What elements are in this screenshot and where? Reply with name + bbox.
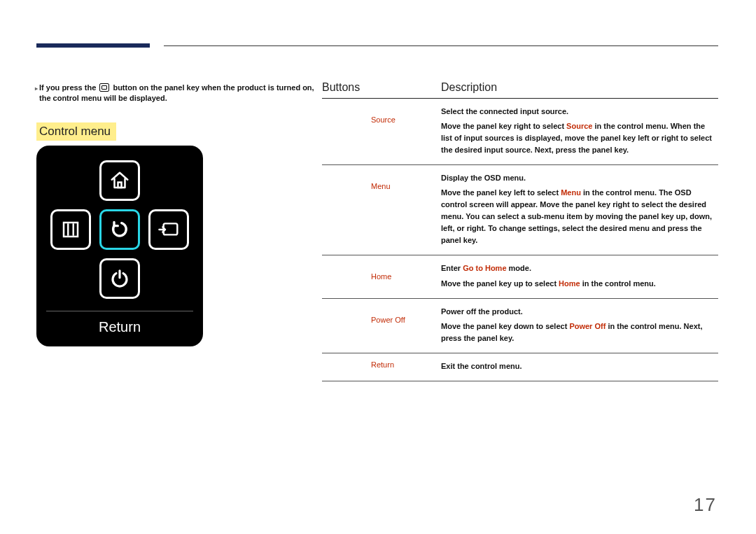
button-name-menu: Menu bbox=[322, 172, 441, 190]
panel-separator bbox=[46, 311, 193, 311]
manual-page: ▸ If you press the button on the panel k… bbox=[0, 0, 756, 534]
desc-lead: Exit the control menu. bbox=[441, 360, 718, 372]
table-header: Buttons Description bbox=[322, 81, 718, 98]
return-icon bbox=[108, 218, 131, 241]
header-rule bbox=[164, 45, 718, 46]
page-number: 17 bbox=[694, 494, 717, 516]
home-icon bbox=[109, 170, 130, 191]
button-name-return: Return bbox=[322, 360, 441, 369]
desc-keyword: Home bbox=[559, 279, 580, 288]
table-row: Source Select the connected input source… bbox=[322, 99, 718, 164]
button-name-source: Source bbox=[322, 106, 441, 124]
power-icon bbox=[109, 268, 130, 289]
desc-text: Move the panel key left to select bbox=[441, 188, 561, 197]
col-header-description: Description bbox=[441, 81, 718, 94]
panel-bottom-label: Return bbox=[36, 319, 203, 335]
desc-lead: Enter Go to Home mode. bbox=[441, 262, 718, 274]
button-name-home: Home bbox=[322, 262, 441, 281]
desc-keyword: Source bbox=[566, 122, 592, 130]
desc-keyword: Menu bbox=[561, 188, 581, 197]
desc-lead: Power off the product. bbox=[441, 306, 718, 318]
home-button[interactable] bbox=[99, 160, 140, 201]
table-rule bbox=[322, 381, 718, 381]
description-source: Select the connected input source. Move … bbox=[441, 106, 718, 156]
menu-button[interactable] bbox=[50, 209, 91, 250]
description-return: Exit the control menu. bbox=[441, 360, 718, 372]
source-icon bbox=[158, 219, 180, 240]
note-text-before: If you press the bbox=[39, 83, 96, 92]
description-menu: Display the OSD menu. Move the panel key… bbox=[441, 172, 718, 246]
description-home: Enter Go to Home mode. Move the panel ke… bbox=[441, 262, 718, 289]
control-menu-panel: Return bbox=[36, 146, 203, 346]
desc-text: Move the panel key down to select bbox=[441, 322, 569, 330]
col-header-buttons: Buttons bbox=[322, 81, 441, 94]
table-row: Menu Display the OSD menu. Move the pane… bbox=[322, 165, 718, 255]
buttons-table: Buttons Description Source Select the co… bbox=[322, 81, 718, 381]
header-tab-mark bbox=[36, 43, 150, 48]
source-button[interactable] bbox=[148, 209, 189, 250]
desc-text: in the control menu. The OSD control scr… bbox=[441, 188, 712, 244]
table-row: Home Enter Go to Home mode. Move the pan… bbox=[322, 255, 718, 297]
bullet-icon: ▸ bbox=[35, 85, 38, 92]
svg-rect-1 bbox=[64, 223, 78, 237]
panel-key-icon bbox=[99, 83, 109, 92]
section-heading: Control menu bbox=[36, 122, 116, 141]
desc-keyword: Power Off bbox=[569, 322, 606, 330]
desc-lead: Display the OSD menu. bbox=[441, 172, 718, 184]
return-button[interactable] bbox=[99, 209, 140, 250]
menu-icon bbox=[60, 219, 81, 240]
table-row: Power Off Power off the product. Move th… bbox=[322, 299, 718, 353]
desc-text: Move the panel key up to select bbox=[441, 279, 559, 288]
desc-text: in the control menu. bbox=[580, 279, 656, 288]
desc-lead: Select the connected input source. bbox=[441, 106, 718, 118]
svg-rect-0 bbox=[118, 183, 122, 188]
table-row: Return Exit the control menu. bbox=[322, 353, 718, 381]
panel-grid bbox=[36, 158, 203, 301]
button-name-power: Power Off bbox=[322, 306, 441, 324]
power-button[interactable] bbox=[99, 258, 140, 299]
description-power: Power off the product. Move the panel ke… bbox=[441, 306, 718, 344]
desc-text: Move the panel key right to select bbox=[441, 122, 566, 130]
intro-note: ▸ If you press the button on the panel k… bbox=[39, 83, 319, 104]
